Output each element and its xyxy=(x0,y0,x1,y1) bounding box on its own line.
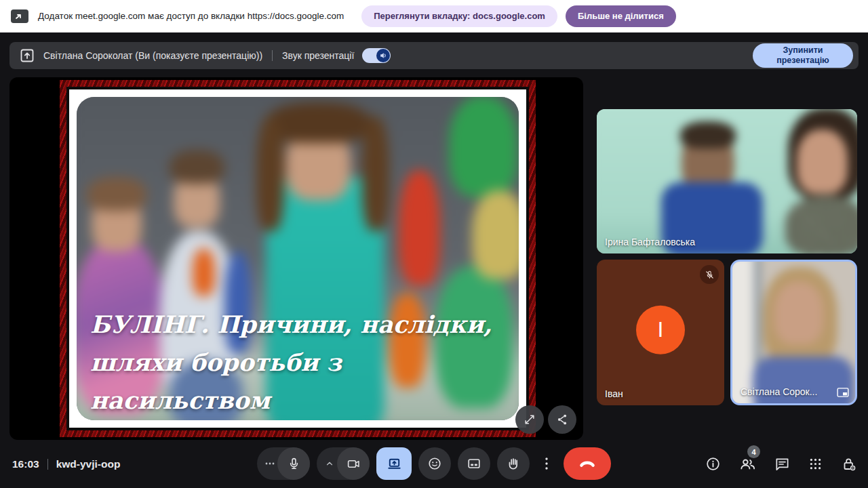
present-box-icon xyxy=(20,49,34,62)
present-screen-icon xyxy=(387,456,402,472)
more-options-button[interactable] xyxy=(536,447,557,480)
share-presentation-button[interactable] xyxy=(548,405,576,434)
captions-button[interactable] xyxy=(458,447,490,480)
info-button[interactable] xyxy=(705,456,721,472)
participant-tile-ivan[interactable]: І Іван xyxy=(597,260,724,405)
shared-presentation-stage: БУЛІНГ. Причини, наслідки, шляхи боротьб… xyxy=(9,77,583,440)
presentation-sound-toggle[interactable] xyxy=(362,48,391,63)
participant-name: Світлана Сорок... xyxy=(741,386,817,397)
picture-in-picture-icon[interactable] xyxy=(837,388,849,397)
raise-hand-button[interactable] xyxy=(497,447,530,480)
mic-off-icon xyxy=(700,265,719,284)
speaker-icon xyxy=(376,49,390,62)
view-tab-button[interactable]: Переглянути вкладку: docs.google.com xyxy=(361,5,557,27)
end-call-icon xyxy=(578,456,596,471)
presenter-label: Світлана Сороколат (Ви (показуєте презен… xyxy=(43,50,262,61)
presentation-sound-label: Звук презентації xyxy=(282,50,354,61)
end-call-button[interactable] xyxy=(564,447,611,480)
activities-grid-icon xyxy=(808,457,823,471)
participant-name: Ірина Бафталовська xyxy=(605,237,695,247)
meeting-info: 16:03 kwd-yvji-oop xyxy=(12,440,120,488)
tab-share-message: Додаток meet.google.com має доступ до вк… xyxy=(38,11,344,21)
share-icon xyxy=(555,413,569,426)
camera-button-group xyxy=(317,447,370,480)
mic-icon xyxy=(287,457,301,471)
bottom-toolbar: 16:03 kwd-yvji-oop xyxy=(0,440,868,488)
present-screen-button[interactable] xyxy=(376,447,412,480)
mic-button-group xyxy=(257,447,310,480)
screen-share-icon xyxy=(11,9,28,23)
participant-name: Іван xyxy=(605,388,623,399)
participant-tile-svitlana-self[interactable]: Світлана Сорок... xyxy=(730,260,857,405)
avatar: І xyxy=(636,305,685,354)
reactions-button[interactable] xyxy=(418,447,451,480)
stop-presentation-button[interactable]: Зупинити презентацію xyxy=(753,43,853,68)
expand-icon xyxy=(523,413,536,426)
vertical-dots-icon xyxy=(541,457,552,470)
meeting-panels: 4 xyxy=(705,440,857,488)
meeting-code: kwd-yvji-oop xyxy=(56,458,121,470)
clock: 16:03 xyxy=(12,458,39,470)
google-meet-window: Додаток meet.google.com має доступ до вк… xyxy=(0,0,868,488)
slide-photo-children: БУЛІНГ. Причини, наслідки, шляхи боротьб… xyxy=(77,97,519,420)
stop-sharing-button[interactable]: Більше не ділитися xyxy=(566,5,676,27)
captions-icon xyxy=(467,456,481,471)
raise-hand-icon xyxy=(506,456,521,471)
camera-icon xyxy=(347,457,361,471)
participant-count-badge: 4 xyxy=(747,445,760,458)
host-controls-lock-icon xyxy=(841,456,857,472)
info-icon xyxy=(705,456,721,472)
chat-button[interactable] xyxy=(774,456,790,472)
slide-title: БУЛІНГ. Причини, наслідки, шляхи боротьб… xyxy=(90,306,492,420)
divider xyxy=(272,50,273,61)
host-controls-button[interactable] xyxy=(841,456,857,472)
slide: БУЛІНГ. Причини, наслідки, шляхи боротьб… xyxy=(60,80,536,437)
more-dots-icon xyxy=(264,458,275,469)
expand-presentation-button[interactable] xyxy=(515,405,544,434)
chat-icon xyxy=(774,456,790,472)
presentation-bar: Світлана Сороколат (Ви (показуєте презен… xyxy=(9,42,859,69)
camera-button[interactable] xyxy=(337,447,370,480)
people-button[interactable]: 4 xyxy=(739,455,756,472)
tab-share-banner: Додаток meet.google.com має доступ до вк… xyxy=(0,0,868,33)
mic-button[interactable] xyxy=(277,447,310,480)
smiley-icon xyxy=(427,456,442,471)
chevron-up-icon xyxy=(325,459,334,468)
participant-tile-irina[interactable]: Ірина Бафталовська xyxy=(597,109,857,253)
activities-button[interactable] xyxy=(808,457,823,471)
call-controls xyxy=(257,447,611,480)
